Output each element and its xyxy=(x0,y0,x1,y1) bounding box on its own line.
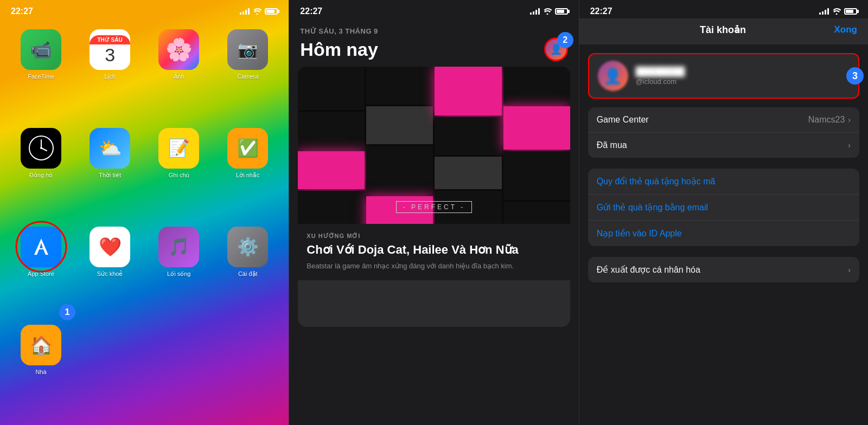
card-content: XU HƯỚNG MỚI Chơi Với Doja Cat, Hailee V… xyxy=(298,224,570,280)
app-item-anh[interactable]: 🌸 Ảnh xyxy=(149,29,209,119)
chevron-icon-gc: › xyxy=(848,115,851,124)
done-button[interactable]: Xong xyxy=(834,24,857,35)
menu-item-game-center[interactable]: Game Center Namcs23 › xyxy=(588,107,859,133)
today-title: Hôm nay xyxy=(300,39,378,60)
dongho-label: Đồng hồ xyxy=(29,172,53,179)
step-badge-1: 1 xyxy=(59,304,75,320)
step-badge-3: 3 xyxy=(846,67,864,85)
screen1-home: 22:27 📹 FaceTime THỨ SÁU xyxy=(0,0,289,425)
de-xuat-label: Đề xuất được cá nhân hóa xyxy=(597,265,700,275)
step-badge-2: 2 xyxy=(557,32,573,48)
camera-label: Camera xyxy=(237,73,258,80)
time-2: 22:27 xyxy=(300,7,322,16)
appstore-date: THỨ SÁU, 3 THÁNG 9 xyxy=(300,27,567,35)
account-email: @icloud.com xyxy=(636,78,850,86)
quy-doi-label: Quy đổi thẻ quà tặng hoặc mã xyxy=(597,176,716,186)
status-bar-2: 22:27 xyxy=(289,0,578,18)
time-1: 22:27 xyxy=(11,7,33,16)
menu-item-da-mua[interactable]: Đã mua › xyxy=(588,133,859,158)
app-item-loinhac[interactable]: ✅ Lời nhắc xyxy=(218,128,278,218)
dongho-icon xyxy=(21,128,61,169)
signal-icon xyxy=(240,8,250,15)
menu-item-de-xuat[interactable]: Đề xuất được cá nhân hóa › xyxy=(588,257,859,282)
lich-date: 3 xyxy=(105,46,115,64)
loinhac-label: Lời nhắc xyxy=(236,172,259,179)
gui-the-label: Gửi thẻ quà tặng bằng email xyxy=(597,202,708,212)
menu-item-quy-doi[interactable]: Quy đổi thẻ quà tặng hoặc mã xyxy=(588,169,859,195)
facetime-label: FaceTime xyxy=(28,73,54,80)
app-item-thoitiet[interactable]: ⛅ Thời tiết xyxy=(80,128,140,218)
game-center-label: Game Center xyxy=(597,115,649,125)
wifi-icon xyxy=(253,8,261,15)
appstore-header: THỨ SÁU, 3 THÁNG 9 Hôm nay 👤 2 xyxy=(289,18,578,67)
perfect-overlay: - PERFECT - xyxy=(298,201,570,213)
account-name: ████████ xyxy=(636,67,850,76)
facetime-icon: 📹 xyxy=(21,29,61,70)
app-item-nha[interactable]: 🏠 Nhà xyxy=(11,325,71,414)
screen2-appstore: 22:27 THỨ SÁU, 3 THÁNG 9 Hôm nay 👤 2 xyxy=(289,0,578,425)
thoitiet-icon: ⛅ xyxy=(90,128,130,169)
appstore-icon xyxy=(21,227,61,267)
menu-section-3: Đề xuất được cá nhân hóa › xyxy=(588,257,859,282)
avatar-container[interactable]: 👤 2 xyxy=(544,37,568,61)
card-tag: XU HƯỚNG MỚI xyxy=(307,233,561,240)
game-desc: Beatstar là game âm nhạc xứng đáng với d… xyxy=(307,261,561,271)
de-xuat-right: › xyxy=(848,266,851,274)
app-item-suckhoe[interactable]: ❤️ Sức khoẻ xyxy=(80,227,140,317)
status-icons-2 xyxy=(530,8,568,15)
menu-section-1: Game Center Namcs23 › Đã mua › xyxy=(588,107,859,158)
loinhac-icon: ✅ xyxy=(227,128,268,169)
ghichu-label: Ghi chú xyxy=(169,172,189,178)
caidat-label: Cài đặt xyxy=(238,271,258,278)
account-card[interactable]: 👤 ████████ @icloud.com 3 xyxy=(588,53,859,99)
app-item-camera[interactable]: 📷 Camera xyxy=(218,29,278,119)
lich-label: Lịch xyxy=(104,73,116,80)
anh-label: Ảnh xyxy=(174,73,184,80)
wifi-icon-2 xyxy=(543,8,552,15)
account-info: ████████ @icloud.com xyxy=(636,67,850,86)
appstore-circle xyxy=(15,221,67,273)
da-mua-right: › xyxy=(848,141,851,150)
battery-icon-2 xyxy=(555,8,568,15)
piano-game-visual: - PERFECT - xyxy=(298,67,570,224)
status-bar-1: 22:27 xyxy=(0,0,289,18)
thoitiet-label: Thời tiết xyxy=(99,172,121,179)
screen3-account: 22:27 Tài khoản Xong 👤 ████████ @icloud.… xyxy=(579,0,868,425)
app-item-dongho[interactable]: Đồng hồ xyxy=(11,128,71,218)
nap-tien-label: Nạp tiền vào ID Apple xyxy=(597,228,682,239)
app-item-facetime[interactable]: 📹 FaceTime xyxy=(11,29,71,119)
app-item-loisong[interactable]: 🎵 Lối sống xyxy=(149,227,209,317)
today-row: Hôm nay 👤 2 xyxy=(300,37,567,61)
battery-icon-3 xyxy=(844,8,857,15)
game-image: - PERFECT - xyxy=(298,67,570,224)
battery-icon xyxy=(265,8,278,15)
account-avatar: 👤 xyxy=(598,61,628,91)
divider-2 xyxy=(579,253,868,257)
lich-icon: THỨ SÁU 3 xyxy=(90,29,130,70)
loisong-label: Lối sống xyxy=(167,271,190,278)
app-item-appstore[interactable]: App Store 1 xyxy=(11,227,71,317)
signal-icon-3 xyxy=(819,8,829,15)
anh-icon: 🌸 xyxy=(158,29,199,70)
chevron-icon-dm: › xyxy=(848,141,851,150)
menu-item-nap-tien[interactable]: Nạp tiền vào ID Apple xyxy=(588,221,859,246)
app-item-ghichu[interactable]: 📝 Ghi chú xyxy=(149,128,209,218)
caidat-icon: ⚙️ xyxy=(227,227,268,267)
menu-item-gui-the[interactable]: Gửi thẻ quà tặng bằng email xyxy=(588,195,859,221)
lich-day: THỨ SÁU xyxy=(90,35,130,44)
game-title: Chơi Với Doja Cat, Hailee Và Hơn Nữa xyxy=(307,243,561,257)
app-item-caidat[interactable]: ⚙️ Cài đặt xyxy=(218,227,278,317)
game-center-right: Namcs23 › xyxy=(808,115,851,125)
account-nav: Tài khoản Xong xyxy=(579,18,868,44)
nha-label: Nhà xyxy=(35,369,46,375)
clock-face-icon xyxy=(28,134,55,162)
nav-title: Tài khoản xyxy=(700,24,746,36)
today-card[interactable]: - PERFECT - XU HƯỚNG MỚI Chơi Với Doja C… xyxy=(298,67,570,327)
chevron-icon-dx: › xyxy=(848,266,851,274)
app-grid: 📹 FaceTime THỨ SÁU 3 Lịch 🌸 Ảnh 📷 xyxy=(0,18,289,425)
nha-icon: 🏠 xyxy=(21,325,61,365)
perfect-text: - PERFECT - xyxy=(396,201,472,213)
camera-icon: 📷 xyxy=(227,29,268,70)
status-bar-3: 22:27 xyxy=(579,0,868,18)
app-item-lich[interactable]: THỨ SÁU 3 Lịch xyxy=(80,29,140,119)
